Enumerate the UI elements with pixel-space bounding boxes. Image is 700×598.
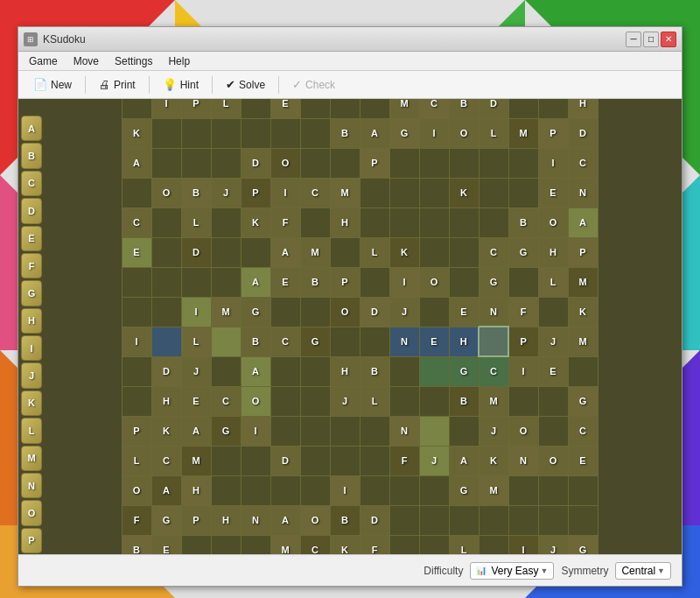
grid-cell[interactable] xyxy=(389,535,419,554)
grid-cell[interactable]: P xyxy=(181,99,211,118)
grid-cell[interactable]: G xyxy=(211,416,241,446)
grid-cell[interactable] xyxy=(508,148,538,178)
grid-cell[interactable]: H xyxy=(568,99,598,118)
grid-cell[interactable] xyxy=(300,99,330,118)
grid-cell[interactable] xyxy=(211,535,241,554)
grid-cell[interactable]: C xyxy=(211,386,241,416)
grid-cell[interactable]: D xyxy=(151,356,181,386)
grid-cell[interactable] xyxy=(151,208,181,237)
grid-cell[interactable]: I xyxy=(330,475,360,505)
grid-cell[interactable]: A xyxy=(568,208,598,237)
grid-cell[interactable] xyxy=(151,118,181,148)
grid-cell[interactable] xyxy=(330,99,360,118)
grid-cell[interactable] xyxy=(151,327,181,356)
grid-cell[interactable] xyxy=(538,416,568,446)
grid-cell[interactable] xyxy=(538,505,568,535)
grid-cell[interactable] xyxy=(211,356,241,386)
grid-cell[interactable]: D xyxy=(181,237,211,267)
grid-cell[interactable]: A xyxy=(270,237,300,267)
grid-cell[interactable]: K xyxy=(151,416,181,446)
menu-help[interactable]: Help xyxy=(161,53,197,69)
grid-cell[interactable]: L xyxy=(360,386,389,416)
grid-cell[interactable] xyxy=(181,118,211,148)
grid-cell[interactable]: L xyxy=(538,267,568,297)
grid-cell[interactable]: I xyxy=(389,267,419,297)
grid-cell[interactable]: O xyxy=(241,386,270,416)
grid-cell[interactable] xyxy=(479,148,508,178)
grid-cell[interactable]: A xyxy=(241,267,270,297)
grid-cell[interactable]: L xyxy=(181,208,211,237)
grid-cell[interactable]: M xyxy=(568,267,598,297)
grid-cell[interactable] xyxy=(360,475,389,505)
grid-cell[interactable]: C xyxy=(479,237,508,267)
grid-cell[interactable]: M xyxy=(300,237,330,267)
grid-cell[interactable] xyxy=(419,505,449,535)
grid-cell[interactable]: G xyxy=(151,505,181,535)
grid-cell[interactable]: J xyxy=(479,416,508,446)
minimize-button[interactable]: ─ xyxy=(626,32,641,47)
grid-cell[interactable] xyxy=(211,237,241,267)
grid-cell[interactable]: E xyxy=(449,297,479,327)
grid-cell[interactable] xyxy=(211,475,241,505)
grid-cell[interactable]: J xyxy=(211,178,241,208)
grid-cell[interactable] xyxy=(568,505,598,535)
grid-cell[interactable]: I xyxy=(270,178,300,208)
grid-cell[interactable] xyxy=(449,505,479,535)
grid-cell[interactable]: G xyxy=(479,267,508,297)
grid-cell[interactable]: I xyxy=(508,356,538,386)
grid-cell[interactable]: C xyxy=(568,416,598,446)
grid-cell[interactable]: E xyxy=(122,237,151,267)
grid-cell[interactable]: C xyxy=(151,446,181,475)
grid-cell[interactable] xyxy=(241,475,270,505)
grid-cell[interactable] xyxy=(389,475,419,505)
grid-cell[interactable] xyxy=(419,386,449,416)
grid-cell[interactable] xyxy=(538,297,568,327)
grid-cell[interactable] xyxy=(419,356,449,386)
grid-cell[interactable]: P xyxy=(241,178,270,208)
grid-cell[interactable]: K xyxy=(449,178,479,208)
grid-cell[interactable]: H xyxy=(449,327,479,356)
grid-cell[interactable] xyxy=(508,99,538,118)
menu-game[interactable]: Game xyxy=(22,53,65,69)
grid-cell[interactable] xyxy=(479,505,508,535)
grid-cell[interactable] xyxy=(300,386,330,416)
grid-cell[interactable]: M xyxy=(508,118,538,148)
grid-cell[interactable] xyxy=(479,535,508,554)
grid-cell[interactable] xyxy=(389,386,419,416)
grid-cell[interactable]: D xyxy=(360,505,389,535)
grid-cell[interactable]: L xyxy=(122,446,151,475)
grid-cell[interactable]: B xyxy=(449,386,479,416)
grid-cell[interactable] xyxy=(508,267,538,297)
grid-cell[interactable]: F xyxy=(360,535,389,554)
grid-cell[interactable] xyxy=(330,237,360,267)
grid-cell[interactable] xyxy=(300,356,330,386)
grid-cell[interactable]: N xyxy=(389,416,419,446)
grid-cell[interactable]: P xyxy=(508,327,538,356)
grid-cell[interactable]: A xyxy=(270,505,300,535)
grid-cell[interactable]: K xyxy=(568,297,598,327)
grid-cell[interactable]: K xyxy=(479,446,508,475)
grid-cell[interactable] xyxy=(360,416,389,446)
grid-cell[interactable]: L xyxy=(449,535,479,554)
grid-cell[interactable]: N xyxy=(479,297,508,327)
grid-cell[interactable]: P xyxy=(181,505,211,535)
grid-cell[interactable]: M xyxy=(479,386,508,416)
grid-cell[interactable]: G xyxy=(568,535,598,554)
grid-cell[interactable]: O xyxy=(419,267,449,297)
grid-cell[interactable] xyxy=(389,208,419,237)
grid-cell[interactable]: B xyxy=(181,178,211,208)
grid-cell[interactable] xyxy=(122,386,151,416)
grid-cell[interactable] xyxy=(538,386,568,416)
grid-cell[interactable]: D xyxy=(568,118,598,148)
grid-cell[interactable] xyxy=(389,505,419,535)
grid-cell[interactable]: M xyxy=(389,99,419,118)
grid-cell[interactable] xyxy=(300,297,330,327)
grid-cell[interactable]: O xyxy=(151,178,181,208)
grid-cell[interactable]: K xyxy=(389,237,419,267)
grid-cell[interactable] xyxy=(122,267,151,297)
grid-cell[interactable]: E xyxy=(270,99,300,118)
grid-cell[interactable] xyxy=(360,446,389,475)
grid-cell[interactable]: I xyxy=(122,327,151,356)
grid-cell[interactable]: A xyxy=(151,475,181,505)
grid-cell[interactable]: N xyxy=(241,505,270,535)
